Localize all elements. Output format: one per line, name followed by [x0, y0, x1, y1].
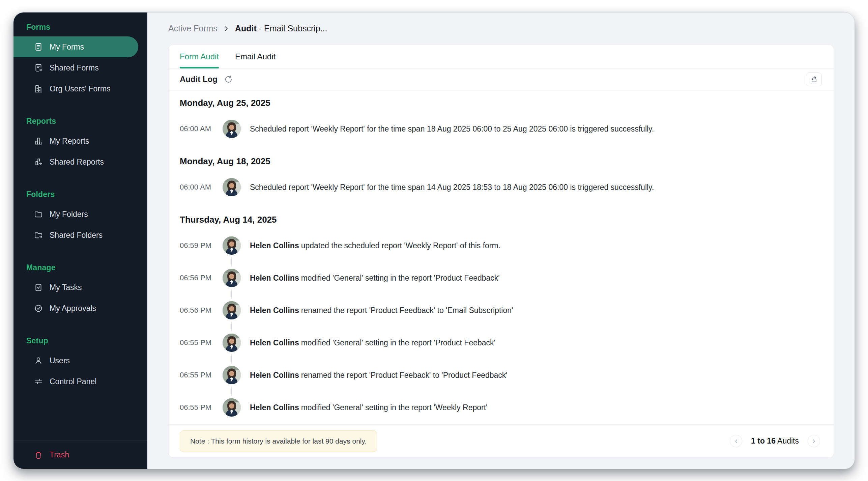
tasks-icon: [34, 283, 43, 292]
audit-group: Thursday, Aug 14, 2025 06:59 PM Helen Co…: [180, 215, 822, 417]
audit-entry: 06:59 PM Helen Collinsupdated the schedu…: [180, 236, 822, 255]
entry-message: modified 'General' setting in the report…: [301, 338, 495, 347]
sidebar-item-my-folders[interactable]: My Folders: [13, 204, 138, 225]
entry-actor: Helen Collins: [250, 371, 299, 379]
org-users-icon: [34, 84, 43, 93]
tab-email-audit[interactable]: Email Audit: [235, 45, 276, 68]
entry-time: 06:55 PM: [180, 338, 216, 347]
sidebar-item-org-users-forms[interactable]: Org Users' Forms: [13, 78, 138, 99]
avatar: [223, 236, 241, 255]
entry-text: Scheduled report 'Weekly Report' for the…: [250, 183, 654, 192]
breadcrumb-parent-link[interactable]: Active Forms: [168, 24, 218, 33]
timeline-connector: [231, 289, 232, 299]
sidebar-section-folders: Folders My Folders Shared Folders: [13, 190, 147, 246]
sidebar-item-my-approvals[interactable]: My Approvals: [13, 298, 138, 319]
sidebar-item-label: My Reports: [50, 137, 89, 146]
app-window: Forms My Forms Shared Forms Org Users' F…: [13, 12, 855, 469]
section-label-manage: Manage: [13, 263, 147, 272]
section-label-reports: Reports: [13, 117, 147, 126]
entry-message: modified 'General' setting in the report…: [301, 403, 488, 412]
group-date: Monday, Aug 18, 2025: [180, 156, 822, 167]
pagination: 1 to 16 Audits: [730, 435, 820, 447]
timeline-connector: [231, 354, 232, 364]
pagination-unit: Audits: [776, 436, 799, 445]
section-label-forms: Forms: [13, 23, 147, 32]
sidebar-item-label: My Approvals: [50, 304, 96, 313]
entry-text: Helen Collinsmodified 'General' setting …: [250, 403, 488, 412]
entry-text: Helen Collinsupdated the scheduled repor…: [250, 241, 500, 250]
audit-entry: 06:55 PM Helen Collinsmodified 'General'…: [180, 398, 822, 417]
sidebar-section-reports: Reports My Reports Shared Reports: [13, 117, 147, 172]
entry-actor: Helen Collins: [250, 338, 299, 347]
entry-text: Helen Collinsrenamed the report 'Product…: [250, 306, 513, 315]
control-panel-icon: [34, 377, 43, 386]
sidebar-item-label: Shared Forms: [50, 63, 99, 73]
my-reports-icon: [34, 136, 43, 146]
breadcrumb-chevron-icon: [223, 25, 230, 32]
avatar: [223, 178, 241, 196]
chevron-left-icon[interactable]: [730, 435, 742, 447]
audit-entry: 06:56 PM Helen Collinsmodified 'General'…: [180, 269, 822, 287]
form-icon: [34, 42, 43, 52]
section-label-setup: Setup: [13, 336, 147, 345]
entry-text: Helen Collinsrenamed the report 'Product…: [250, 371, 508, 380]
audit-log-title: Audit Log: [180, 75, 218, 84]
sidebar-item-label: My Tasks: [50, 283, 82, 292]
history-note: Note : This form history is available fo…: [180, 430, 377, 452]
entry-text: Helen Collinsmodified 'General' setting …: [250, 274, 500, 283]
export-icon[interactable]: [806, 73, 822, 86]
entry-actor: Helen Collins: [250, 403, 299, 412]
breadcrumb: Active Forms Audit - Email Subscrip...: [168, 12, 834, 45]
entry-actor: Helen Collins: [250, 274, 299, 282]
entry-message: modified 'General' setting in the report…: [301, 274, 500, 282]
avatar: [223, 366, 241, 384]
avatar: [223, 120, 241, 138]
entry-text: Helen Collinsmodified 'General' setting …: [250, 338, 495, 347]
user-icon: [34, 356, 43, 365]
audit-entry: 06:55 PM Helen Collinsrenamed the report…: [180, 366, 822, 384]
sidebar-item-trash[interactable]: Trash: [13, 441, 147, 469]
entry-message: updated the scheduled report 'Weekly Rep…: [301, 241, 500, 250]
audit-entry: 06:56 PM Helen Collinsrenamed the report…: [180, 301, 822, 319]
entry-message: renamed the report 'Product Feedback' to…: [301, 306, 513, 315]
chevron-right-icon[interactable]: [808, 435, 820, 447]
sidebar-item-label: My Folders: [50, 210, 88, 219]
shared-reports-icon: [34, 157, 43, 167]
entry-time: 06:59 PM: [180, 241, 216, 250]
avatar: [223, 334, 241, 352]
sidebar-item-label: Control Panel: [50, 377, 96, 386]
sidebar-item-label: My Forms: [50, 43, 84, 52]
breadcrumb-current-title: Audit: [235, 24, 257, 33]
entry-message: Scheduled report 'Weekly Report' for the…: [250, 183, 654, 192]
refresh-icon[interactable]: [223, 74, 234, 85]
shared-folder-icon: [34, 230, 43, 240]
sidebar-item-shared-reports[interactable]: Shared Reports: [13, 151, 138, 172]
entry-time: 06:55 PM: [180, 403, 216, 412]
entry-time: 06:56 PM: [180, 306, 216, 315]
audit-card: Form Audit Email Audit Audit Log Monday,…: [168, 45, 834, 458]
audit-entry: 06:00 AM Scheduled report 'Weekly Report…: [180, 120, 822, 138]
sidebar-item-my-forms[interactable]: My Forms: [13, 36, 138, 57]
tab-form-audit[interactable]: Form Audit: [180, 45, 219, 68]
sidebar-item-label: Users: [50, 356, 70, 365]
entry-time: 06:55 PM: [180, 371, 216, 379]
sidebar-item-control-panel[interactable]: Control Panel: [13, 371, 138, 392]
sidebar-item-users[interactable]: Users: [13, 350, 138, 371]
sidebar-item-shared-forms[interactable]: Shared Forms: [13, 57, 138, 78]
sidebar-item-my-reports[interactable]: My Reports: [13, 131, 138, 151]
pagination-label: 1 to 16 Audits: [751, 436, 799, 446]
sidebar-item-label: Shared Folders: [50, 231, 103, 240]
card-footer: Note : This form history is available fo…: [169, 424, 834, 457]
timeline-connector: [231, 322, 232, 331]
sidebar-section-manage: Manage My Tasks My Approvals: [13, 263, 147, 319]
audit-group: Monday, Aug 18, 2025 06:00 AM Scheduled …: [180, 156, 822, 196]
sidebar-item-label: Trash: [50, 450, 69, 459]
pagination-range: 1 to 16: [751, 436, 776, 445]
main-content: Active Forms Audit - Email Subscrip... F…: [147, 12, 855, 469]
trash-icon: [34, 450, 43, 460]
sidebar-item-my-tasks[interactable]: My Tasks: [13, 277, 138, 298]
sidebar-item-shared-folders[interactable]: Shared Folders: [13, 225, 138, 246]
sidebar-item-label: Org Users' Forms: [50, 84, 111, 93]
group-date: Monday, Aug 25, 2025: [180, 98, 822, 108]
folder-icon: [34, 209, 43, 219]
